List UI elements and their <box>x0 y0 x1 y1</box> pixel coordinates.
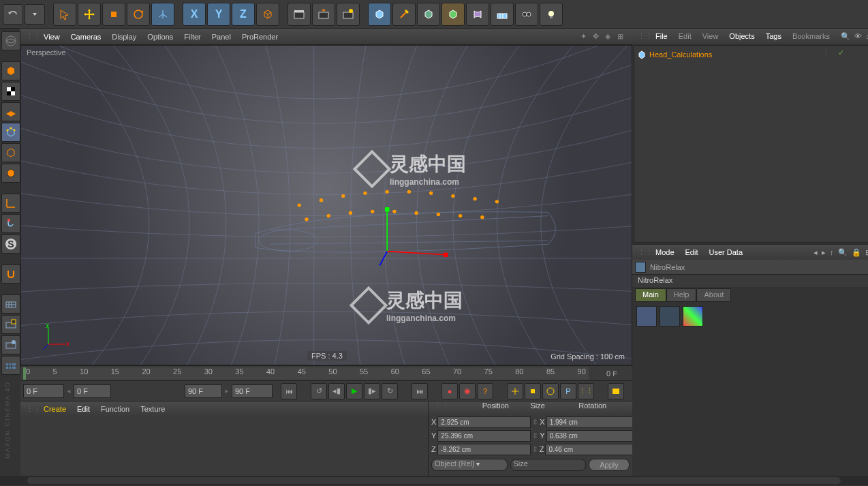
objects-menu-file[interactable]: File <box>655 32 668 40</box>
tree-visibility-toggle[interactable]: ⋮ <box>822 48 830 57</box>
material-menu-edit[interactable]: Edit <box>77 405 90 413</box>
pos-key-button[interactable] <box>507 383 523 399</box>
lock-workplane-button[interactable] <box>1 315 20 334</box>
timeline-playhead[interactable] <box>23 367 26 380</box>
viewport-menu-view[interactable]: View <box>44 33 60 41</box>
step-back-loop-button[interactable]: ↺ <box>311 383 327 399</box>
play-button[interactable]: ▶ <box>346 383 362 399</box>
object-tree[interactable]: Head_Calculations ⋮ ✓ ◆ <box>634 45 868 243</box>
environment-button[interactable] <box>491 3 514 26</box>
step-fwd-button[interactable]: ▮▸ <box>364 383 380 399</box>
objects-menu-tags[interactable]: Tags <box>766 32 781 40</box>
coord-tool[interactable] <box>151 3 174 26</box>
obj-search-icon[interactable]: 🔍 <box>841 32 850 41</box>
attr-new-icon[interactable]: ⊞ <box>865 248 868 257</box>
frame-range-start-input[interactable] <box>74 384 111 398</box>
obj-eye-icon[interactable]: 👁 <box>854 32 862 41</box>
goto-start-button[interactable]: ⏮ <box>281 383 297 399</box>
workplane-button[interactable] <box>1 102 20 121</box>
material-menu-texture[interactable]: Texture <box>140 405 165 413</box>
axis-cube-button[interactable] <box>256 3 279 26</box>
viewport-menu-options[interactable]: Options <box>147 33 173 41</box>
viewport-menu-filter[interactable]: Filter <box>184 33 200 41</box>
attr-tab-help[interactable]: Help <box>666 288 697 302</box>
goto-end-button[interactable]: ⏭ <box>412 383 428 399</box>
polygon-mode-button[interactable] <box>1 164 20 183</box>
coord-size-input[interactable] <box>545 444 638 455</box>
light-button[interactable] <box>540 3 563 26</box>
coord-size-select[interactable]: Size <box>510 459 587 471</box>
horizontal-scrollbar[interactable] <box>27 477 841 484</box>
axis-tool-button[interactable] <box>1 194 20 213</box>
planar-workplane-button[interactable] <box>1 335 20 354</box>
model-mode-button[interactable] <box>1 61 20 80</box>
vp-nav-icon[interactable]: ✦ <box>580 32 590 42</box>
objects-menu-edit[interactable]: Edit <box>679 32 692 40</box>
frame-start-input[interactable] <box>23 384 64 398</box>
spline-pen-button[interactable] <box>392 3 416 26</box>
material-menu-function[interactable]: Function <box>101 405 129 413</box>
render-region-button[interactable] <box>312 3 335 26</box>
timeline[interactable]: 051015202530354045505560657075808590 0 F <box>20 365 632 380</box>
step-back-button[interactable]: ◂▮ <box>328 383 345 399</box>
attr-menu-edit[interactable]: Edit <box>685 248 698 256</box>
vp-layout-icon[interactable]: ⊞ <box>617 32 627 42</box>
attr-menu-userdata[interactable]: User Data <box>709 248 743 256</box>
z-axis-button[interactable]: Z <box>232 3 255 26</box>
viewport-menu-panel[interactable]: Panel <box>212 33 231 41</box>
viewport-solo-button[interactable]: S <box>1 234 20 254</box>
viewport-menu-prorender[interactable]: ProRender <box>242 33 278 41</box>
vp-zoom-icon[interactable]: ◈ <box>605 32 615 42</box>
select-tool[interactable] <box>53 3 76 26</box>
tree-render-toggle[interactable]: ✓ <box>838 48 844 57</box>
texture-mode-button[interactable] <box>1 82 20 101</box>
render-settings-button[interactable] <box>337 3 360 26</box>
apply-button[interactable]: Apply <box>589 459 630 471</box>
coord-mode-select[interactable]: Object (Rel) ▾ <box>431 459 508 471</box>
locked-button[interactable] <box>1 356 20 375</box>
viewport-menu-display[interactable]: Display <box>112 33 136 41</box>
frame-range-end-input[interactable] <box>185 384 222 398</box>
keyhelp-button[interactable]: ? <box>477 383 493 399</box>
frame-end-input[interactable] <box>232 384 273 398</box>
x-axis-button[interactable]: X <box>183 3 206 26</box>
attr-nav-up-icon[interactable]: ↑ <box>830 248 834 257</box>
attr-thumb-1[interactable] <box>636 306 657 326</box>
pla-key-button[interactable]: ⋮⋮ <box>578 383 594 399</box>
attr-thumb-3[interactable] <box>683 306 703 326</box>
attr-nav-back-icon[interactable]: ◂ <box>813 248 818 257</box>
redo-dropdown[interactable] <box>25 4 45 25</box>
scale-tool[interactable] <box>102 3 125 26</box>
attr-tab-about[interactable]: About <box>696 288 731 302</box>
generator-button[interactable] <box>417 3 440 26</box>
record-button[interactable]: ● <box>441 383 458 399</box>
y-axis-button[interactable]: Y <box>207 3 230 26</box>
attr-nav-fwd-icon[interactable]: ▸ <box>822 248 826 257</box>
camera-button[interactable] <box>515 3 538 26</box>
undo-button[interactable] <box>3 4 23 25</box>
attr-search-icon[interactable]: 🔍 <box>838 248 848 257</box>
objects-menu-view[interactable]: View <box>702 32 719 40</box>
coord-size-input[interactable] <box>546 416 640 428</box>
autokey-button[interactable]: ◉ <box>459 383 476 399</box>
point-mode-button[interactable] <box>1 123 20 142</box>
snap-button[interactable] <box>1 264 20 284</box>
primitive-cube-button[interactable] <box>368 3 391 26</box>
coord-pos-input[interactable] <box>437 416 531 428</box>
param-key-button[interactable]: P <box>560 383 576 399</box>
attr-lock-icon[interactable]: 🔒 <box>852 248 861 257</box>
render-clap-button[interactable] <box>288 3 311 26</box>
coord-size-input[interactable] <box>546 430 640 442</box>
viewport-3d[interactable]: Perspective FPS : 4.3 Grid Spacing : 100… <box>20 45 632 365</box>
workplane-snap-button[interactable] <box>1 294 20 314</box>
coord-pos-input[interactable] <box>437 430 531 442</box>
make-editable-button[interactable] <box>1 31 20 50</box>
deformer-button[interactable] <box>466 3 489 26</box>
coord-pos-input[interactable] <box>437 444 531 455</box>
rot-key-button[interactable] <box>542 383 559 399</box>
rotate-tool[interactable] <box>127 3 150 26</box>
green-generator-button[interactable] <box>441 3 465 26</box>
tweak-button[interactable] <box>1 214 20 233</box>
move-tool[interactable] <box>78 3 101 26</box>
attr-menu-mode[interactable]: Mode <box>655 248 675 256</box>
